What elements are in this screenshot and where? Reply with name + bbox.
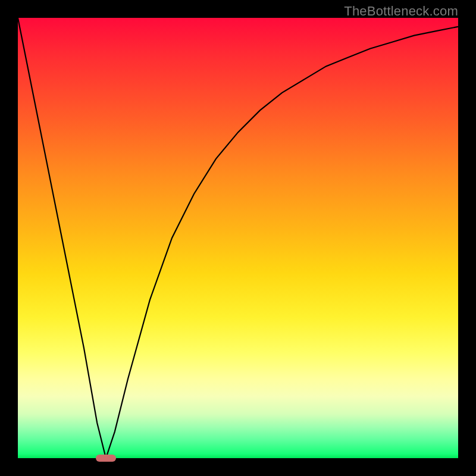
bottleneck-curve-path <box>18 18 458 458</box>
chart-frame: TheBottleneck.com <box>0 0 476 476</box>
watermark-text: TheBottleneck.com <box>344 4 458 19</box>
curve-svg <box>18 18 458 458</box>
plot-area <box>18 18 458 458</box>
optimal-marker <box>96 455 116 462</box>
